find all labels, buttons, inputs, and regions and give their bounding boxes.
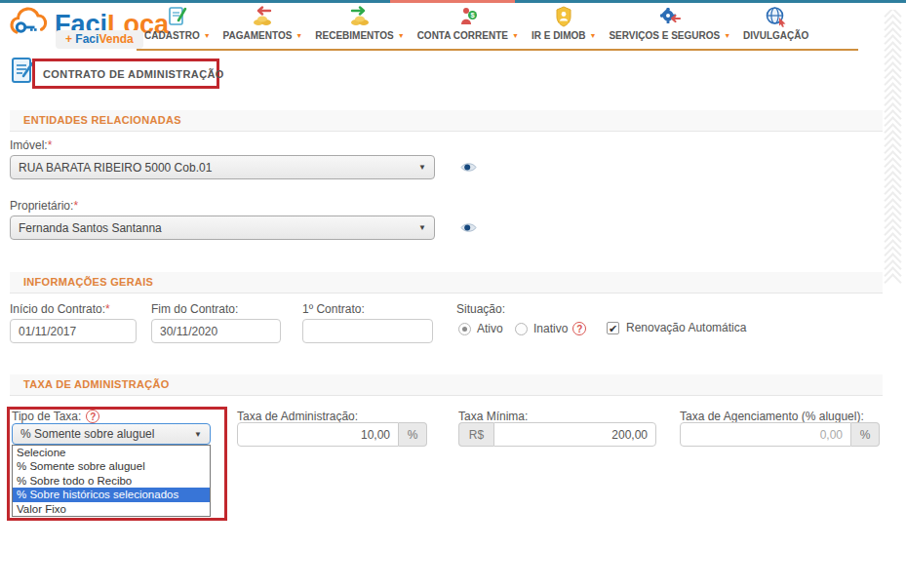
badge-shield-icon (554, 6, 573, 27)
option-sobre-historicos-selecionados[interactable]: % Sobre históricos selecionados (13, 488, 210, 501)
radio-selected-icon (458, 323, 471, 335)
caret-down-icon: ▼ (204, 32, 211, 39)
situacao-inativo-radio[interactable]: Inativo ? (515, 322, 586, 335)
help-question-icon[interactable]: ? (86, 410, 99, 423)
renovacao-automatica-checkbox[interactable]: ✔ Renovação Automática (607, 321, 746, 334)
nav-label: CONTA CORRENTE (417, 30, 508, 41)
top-accent-segment (390, 0, 515, 3)
facivenda-badge[interactable]: + FaciVenda (56, 30, 143, 49)
caret-down-icon: ▼ (418, 163, 426, 172)
top-accent-bar (0, 0, 906, 3)
percent-addon: % (851, 422, 880, 447)
taxa-agenciamento-input[interactable] (680, 422, 851, 447)
option-selecione[interactable]: Selecione (13, 446, 210, 459)
nav-label: CADASTRO (144, 30, 200, 41)
caret-down-icon: ▼ (589, 32, 596, 39)
caret-down-icon: ▼ (418, 223, 426, 232)
imovel-view-eye-icon[interactable] (460, 160, 477, 177)
person-dollar-icon: $ (457, 6, 479, 27)
cloud-key-icon (8, 6, 51, 43)
nav-underline (137, 49, 858, 51)
section-header-taxa-administracao: TAXA DE ADMINISTRAÇÃO (10, 374, 883, 396)
imovel-label: Imóvel:* (10, 138, 52, 152)
currency-addon: R$ (458, 422, 493, 447)
main-nav: CADASTRO▼ PAGAMENTOS▼ (144, 6, 821, 41)
nav-item-ir-e-dimob[interactable]: IR E DIMOB▼ (532, 6, 597, 41)
caret-down-icon: ▼ (194, 430, 202, 439)
taxa-minima-input[interactable] (493, 422, 656, 447)
proprietario-select[interactable]: Fernanda Santos Santanna ▼ (10, 216, 435, 240)
percent-addon: % (399, 422, 427, 447)
caret-down-icon: ▼ (398, 32, 405, 39)
nav-item-recebimentos[interactable]: RECEBIMENTOS▼ (315, 6, 404, 41)
tipo-taxa-option-list: Selecione % Somente sobre aluguel % Sobr… (12, 445, 211, 517)
taxa-agenciamento-label: Taxa de Agenciamento (% aluguel): (680, 410, 864, 423)
caret-down-icon: ▼ (512, 32, 519, 39)
background-chevron-pattern (881, 10, 904, 529)
coins-arrow-right-icon (347, 6, 373, 27)
nav-item-servicos-e-seguros[interactable]: SERVIÇOS E SEGUROS▼ (609, 6, 730, 41)
page-title-annotation-box: CONTRATO DE ADMINISTRAÇÃO (32, 59, 219, 89)
nav-item-divulgacao[interactable]: DIVULGAÇÃO (743, 6, 808, 41)
inicio-contrato-input[interactable] (10, 319, 137, 343)
proprietario-view-eye-icon[interactable] (460, 220, 477, 238)
primeiro-contrato-input[interactable] (302, 319, 433, 343)
proprietario-label: Proprietário:* (10, 199, 78, 213)
nav-item-conta-corrente[interactable]: $ CONTA CORRENTE▼ (417, 6, 519, 41)
inicio-contrato-label: Início do Contrato:* (10, 302, 110, 316)
gear-arrow-icon (658, 6, 682, 27)
caret-down-icon: ▼ (295, 32, 302, 39)
imovel-select[interactable]: RUA BARATA RIBEIRO 5000 Cob.01 ▼ (10, 155, 435, 179)
document-edit-icon (167, 6, 188, 27)
globe-pointer-icon (765, 6, 788, 27)
coins-arrow-left-icon (250, 6, 275, 27)
taxa-administracao-label: Taxa de Administração: (237, 410, 358, 423)
section-header-informacoes-gerais: INFORMAÇÕES GERAIS (10, 272, 883, 294)
situacao-label: Situação: (456, 302, 505, 316)
nav-label: RECEBIMENTOS (315, 30, 393, 41)
tipo-taxa-label: Tipo de Taxa: ? (12, 410, 99, 423)
app-window: FaciLoca + FaciVenda CADASTRO▼ (0, 0, 906, 588)
nav-item-cadastro[interactable]: CADASTRO▼ (144, 6, 211, 41)
help-question-icon[interactable]: ? (572, 322, 586, 335)
nav-label: DIVULGAÇÃO (743, 30, 808, 41)
situacao-ativo-radio[interactable]: Ativo (458, 322, 503, 335)
section-header-entidades-relacionadas: ENTIDADES RELACIONADAS (10, 110, 883, 132)
nav-label: PAGAMENTOS (223, 30, 293, 41)
primeiro-contrato-label: 1º Contrato: (302, 302, 365, 316)
option-valor-fixo[interactable]: Valor Fixo (13, 502, 210, 516)
taxa-minima-label: Taxa Mínima: (458, 410, 528, 423)
option-somente-sobre-aluguel[interactable]: % Somente sobre aluguel (13, 459, 210, 473)
radio-unselected-icon (515, 323, 528, 335)
page-title: CONTRATO DE ADMINISTRAÇÃO (43, 68, 224, 80)
fim-contrato-input[interactable] (151, 319, 281, 343)
tipo-taxa-select[interactable]: % Somente sobre aluguel ▼ (12, 423, 211, 445)
nav-label: IR E DIMOB (532, 30, 586, 41)
checkbox-checked-icon: ✔ (607, 322, 619, 334)
option-sobre-todo-recibo[interactable]: % Sobre todo o Recibo (13, 474, 210, 488)
nav-label: SERVIÇOS E SEGUROS (609, 30, 720, 41)
taxa-administracao-input[interactable] (237, 422, 399, 447)
caret-down-icon: ▼ (724, 32, 730, 39)
nav-item-pagamentos[interactable]: PAGAMENTOS▼ (223, 6, 303, 41)
fim-contrato-label: Fim do Contrato: (151, 302, 238, 316)
